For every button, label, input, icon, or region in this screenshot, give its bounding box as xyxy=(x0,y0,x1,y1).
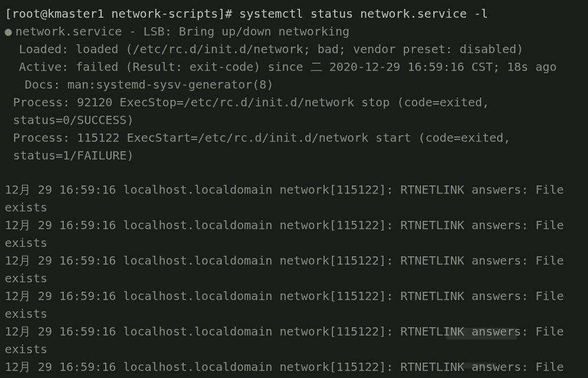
process-stop-line: Process: 92120 ExecStop=/etc/rc.d/init.d… xyxy=(5,93,583,129)
blank-line xyxy=(5,164,583,181)
command-prompt: [root@kmaster1 network-scripts]# systemc… xyxy=(5,5,583,22)
watermark-overlay xyxy=(446,328,517,340)
log-entry: 12月 29 16:59:16 localhost.localdomain ne… xyxy=(5,216,583,252)
watermark-overlay xyxy=(461,363,496,369)
terminal-output: [root@kmaster1 network-scripts]# systemc… xyxy=(5,5,583,378)
docs-line: Docs: man:systemd-sysv-generator(8) xyxy=(5,76,583,93)
active-line: Active: failed (Result: exit-code) since… xyxy=(5,58,583,76)
loaded-line: Loaded: loaded (/etc/rc.d/init.d/network… xyxy=(5,40,583,58)
service-header-line: ●network.service - LSB: Bring up/down ne… xyxy=(5,22,583,40)
service-header: network.service - LSB: Bring up/down net… xyxy=(15,24,349,38)
log-entry: 12月 29 16:59:16 localhost.localdomain ne… xyxy=(5,287,583,322)
process-start-line: Process: 115122 ExecStart=/etc/rc.d/init… xyxy=(5,129,583,164)
log-entry: 12月 29 16:59:16 localhost.localdomain ne… xyxy=(5,252,583,287)
log-entry: 12月 29 16:59:16 localhost.localdomain ne… xyxy=(5,358,583,378)
bullet-icon: ● xyxy=(5,22,12,40)
log-entry: 12月 29 16:59:16 localhost.localdomain ne… xyxy=(5,181,583,216)
